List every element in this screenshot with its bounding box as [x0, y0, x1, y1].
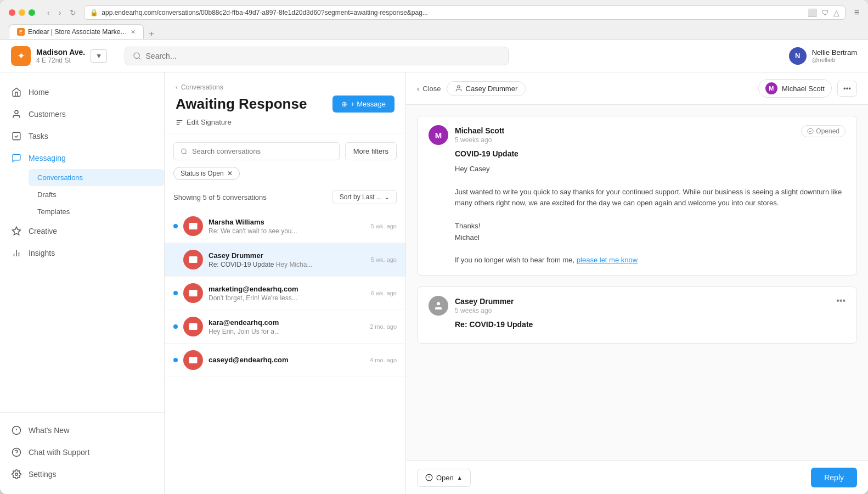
- sidebar-item-templates[interactable]: Templates: [29, 203, 164, 220]
- menu-icon[interactable]: ≡: [854, 8, 859, 18]
- sidebar-item-creative-label: Creative: [29, 227, 57, 235]
- conv-time: 5 wk. ago: [371, 223, 397, 229]
- svg-point-18: [457, 86, 460, 88]
- share-icon[interactable]: ⬜: [808, 8, 817, 17]
- sidebar-item-tasks-label: Tasks: [29, 132, 48, 141]
- message-more-button[interactable]: •••: [836, 296, 846, 306]
- tab-close-button[interactable]: ✕: [131, 29, 136, 36]
- conversations-list: Marsha Williams Re: We can't wait to see…: [165, 210, 405, 494]
- address-bar: 🔒 app.endearhq.com/conversations/00b88c2…: [84, 5, 845, 20]
- sidebar-item-conversations[interactable]: Conversations: [29, 169, 164, 186]
- open-status-button[interactable]: Open ▲: [417, 469, 471, 487]
- customer-tag[interactable]: Casey Drummer: [447, 81, 526, 96]
- conversation-item[interactable]: Marsha Williams Re: We can't wait to see…: [165, 210, 405, 243]
- conv-preview: Don't forget, Erin! We're less...: [208, 294, 365, 302]
- user-name: Nellie Bertram: [812, 48, 857, 57]
- svg-point-7: [15, 473, 18, 476]
- back-button[interactable]: ‹: [44, 7, 53, 18]
- active-tab[interactable]: E Endear | Store Associate Marke… ✕: [9, 24, 144, 39]
- alert-icon: △: [833, 8, 839, 17]
- conv-avatar: [183, 350, 203, 370]
- conv-name: kara@endearhq.com: [208, 318, 364, 327]
- minimize-dot[interactable]: [19, 9, 25, 16]
- svg-rect-16: [189, 323, 198, 330]
- sender-name: Casey Drummer: [455, 297, 514, 306]
- reload-button[interactable]: ↻: [66, 7, 80, 18]
- chevron-down-icon: ⌄: [384, 193, 390, 201]
- unsubscribe-link[interactable]: please let me know: [577, 256, 638, 264]
- conversations-breadcrumb[interactable]: ‹ Conversations: [176, 83, 394, 91]
- sidebar-item-insights-label: Insights: [29, 249, 55, 257]
- close-dot[interactable]: [9, 9, 15, 16]
- conversations-title: Awaiting Response: [176, 96, 307, 113]
- assignee-avatar: M: [765, 82, 777, 94]
- user-avatar: N: [789, 47, 807, 65]
- sidebar-item-creative[interactable]: Creative: [0, 220, 164, 242]
- conv-avatar: [183, 216, 203, 236]
- user-info: N Nellie Bertram @nellieb: [789, 47, 857, 65]
- sidebar-item-insights[interactable]: Insights: [0, 242, 164, 264]
- conv-preview: Re: COVID-19 Update Hey Micha...: [208, 261, 365, 268]
- app-header: ✦ Madison Ave. 4 E 72nd St ▼ N Nellie Be…: [0, 40, 868, 72]
- maximize-dot[interactable]: [29, 9, 35, 16]
- messages-area: M Michael Scott 5 weeks ago Opened: [406, 105, 868, 461]
- sidebar-item-messaging-label: Messaging: [29, 154, 66, 162]
- unread-indicator: [173, 291, 178, 295]
- sort-button[interactable]: Sort by Last ... ⌄: [332, 190, 397, 204]
- brand-logo: ✦: [11, 46, 31, 66]
- remove-filter-icon[interactable]: ✕: [227, 170, 233, 177]
- message-card: Casey Drummer 5 weeks ago ••• Re: COVID-…: [417, 287, 857, 344]
- message-subject: Re: COVID-19 Update: [455, 320, 846, 329]
- sidebar-item-customers[interactable]: Customers: [0, 103, 164, 125]
- status-filter-tag[interactable]: Status is Open ✕: [173, 167, 240, 180]
- svg-rect-13: [189, 223, 198, 229]
- svg-rect-1: [13, 132, 20, 140]
- reply-button[interactable]: Reply: [811, 468, 857, 487]
- search-input[interactable]: [146, 52, 501, 60]
- assignee-button[interactable]: M Michael Scott: [758, 79, 832, 98]
- conv-avatar: [183, 317, 203, 336]
- conversation-item[interactable]: caseyd@endearhq.com 4 mo. ago: [165, 344, 405, 377]
- more-filters-button[interactable]: More filters: [345, 142, 397, 160]
- lock-icon: 🔒: [90, 9, 98, 16]
- sidebar-item-chat-support[interactable]: Chat with Support: [0, 441, 164, 463]
- conv-preview: Re: We can't wait to see you...: [208, 227, 365, 235]
- forward-button[interactable]: ›: [55, 7, 65, 18]
- conv-avatar: [183, 283, 203, 303]
- conv-time: 5 wk. ago: [371, 256, 397, 263]
- sidebar-item-settings[interactable]: Settings: [0, 463, 164, 485]
- conv-name: marketing@endearhq.com: [208, 285, 365, 293]
- search-conversations-container: [173, 142, 340, 160]
- message-status-badge: Opened: [801, 125, 846, 137]
- new-message-button[interactable]: ⊕ + Message: [332, 96, 394, 113]
- svg-point-0: [15, 110, 18, 114]
- edit-signature-button[interactable]: Edit Signature: [176, 118, 394, 126]
- plus-circle-icon: ⊕: [341, 100, 347, 108]
- sidebar-item-whats-new[interactable]: What's New: [0, 419, 164, 441]
- sidebar-item-drafts[interactable]: Drafts: [29, 186, 164, 203]
- tab-favicon: E: [17, 28, 25, 36]
- message-subject: COVID-19 Update: [455, 149, 846, 158]
- shield-icon: 🛡: [821, 8, 829, 17]
- url-text: app.endearhq.com/conversations/00b88c2d-…: [102, 9, 428, 16]
- caret-up-icon: ▲: [457, 475, 463, 481]
- conversation-item[interactable]: kara@endearhq.com Hey Erin, Join Us for …: [165, 310, 405, 344]
- sidebar-item-messaging[interactable]: Messaging: [0, 147, 164, 169]
- brand-dropdown-button[interactable]: ▼: [91, 49, 107, 63]
- conv-avatar: [183, 250, 203, 270]
- unread-indicator: [173, 358, 178, 362]
- sidebar-item-tasks[interactable]: Tasks: [0, 125, 164, 147]
- conversations-panel: ‹ Conversations Awaiting Response ⊕ + Me…: [165, 72, 406, 494]
- svg-point-11: [182, 149, 187, 154]
- svg-line-12: [185, 153, 187, 154]
- search-conversations-input[interactable]: [192, 147, 332, 155]
- more-options-button[interactable]: •••: [837, 81, 857, 97]
- message-time: 5 weeks ago: [455, 136, 504, 144]
- new-tab-button[interactable]: +: [145, 29, 159, 39]
- global-search-container: [125, 47, 509, 65]
- sidebar-item-home[interactable]: Home: [0, 81, 164, 103]
- conversation-item[interactable]: marketing@endearhq.com Don't forget, Eri…: [165, 277, 405, 310]
- close-conversation-button[interactable]: ‹ Close: [417, 85, 441, 93]
- sidebar-item-settings-label: Settings: [29, 470, 57, 479]
- conversation-item[interactable]: Casey Drummer Re: COVID-19 Update Hey Mi…: [165, 243, 405, 277]
